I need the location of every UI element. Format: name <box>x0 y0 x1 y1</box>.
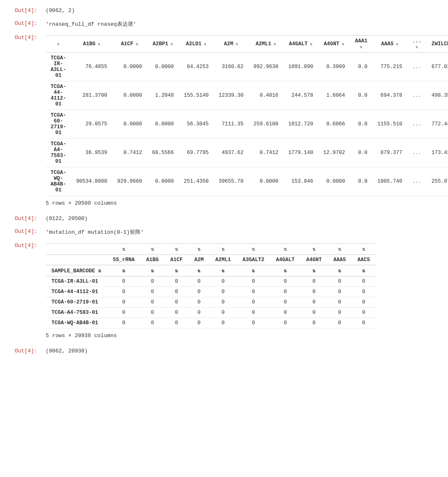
col-th-sort-8[interactable]: ⇅ <box>300 244 328 255</box>
col-header-a2m[interactable]: A2M <box>214 36 248 53</box>
cell-value: 0 <box>270 287 300 297</box>
col-th-sort-5[interactable]: ⇅ <box>209 244 237 255</box>
table-row: TCGA-IR-A3LL-01 0 0 0 0 0 0 0 0 0 0 <box>46 276 376 287</box>
row-index: TCGA-IR-A3LL-01 <box>46 276 107 287</box>
col-header-zwilch[interactable]: ZWILCH <box>426 36 448 53</box>
cell-value: 0 <box>165 318 189 328</box>
cell-value: 0 <box>328 308 352 318</box>
cell-value: 76.4855 <box>71 53 112 81</box>
df-body-1: TCGA-IR-A3LL-01 76.4855 0.0000 0.0000 64… <box>46 53 448 196</box>
cell-value: 36.9539 <box>71 139 112 167</box>
col-th-aaas[interactable]: AAAS <box>328 255 352 265</box>
col-th-sb-sort-2[interactable]: ⇅ <box>141 265 165 276</box>
col-header-a1bg[interactable]: A1BG <box>71 36 112 53</box>
cell-output-3: A1BG A1CF A2BP1 A2LD1 A2M A2ML1 A4GALT A… <box>41 33 448 210</box>
cell-value: 1.6064 <box>318 81 350 110</box>
cell-value: 0.3909 <box>318 53 350 81</box>
cell-value: 0 <box>300 297 328 308</box>
col-th-a4gnt[interactable]: A4GNT <box>300 255 328 265</box>
col-th-a2ml1[interactable]: A2ML1 <box>209 255 237 265</box>
col-th-a2m[interactable]: A2M <box>189 255 210 265</box>
col-th-a3galt2[interactable]: A3GALT2 <box>237 255 270 265</box>
col-th-5s-rrna[interactable]: 5S_rRNA <box>107 255 141 265</box>
col-th-sb-sort-5[interactable]: ⇅ <box>209 265 237 276</box>
col-th-a1bg[interactable]: A1BG <box>141 255 165 265</box>
col-header-a2ml1[interactable]: A2ML1 <box>248 36 283 53</box>
dataframe-1: A1BG A1CF A2BP1 A2LD1 A2M A2ML1 A4GALT A… <box>46 35 448 208</box>
table-row: TCGA-WQ-AB4B-01 0 0 0 0 0 0 0 0 0 0 <box>46 318 376 328</box>
cell-value: 0 <box>237 318 270 328</box>
cell-value: 56.3045 <box>179 110 214 139</box>
cell-value: 0 <box>209 308 237 318</box>
row-index: TCGA-WQ-AB4B-01 <box>46 167 71 196</box>
cell-4: Out[4]: (9122, 20500) <box>0 212 448 225</box>
cell-ellipsis: ... <box>407 139 427 167</box>
col-header-a4galt[interactable]: A4GALT <box>283 36 318 53</box>
cell-label-4: Out[4]: <box>0 214 41 223</box>
cell-value: 0 <box>189 276 210 287</box>
col-header-aaa1[interactable]: AAA1 <box>350 36 373 53</box>
col-th-a4galt[interactable]: A4GALT <box>270 255 300 265</box>
cell-value: 0 <box>165 297 189 308</box>
cell-value: 0 <box>141 318 165 328</box>
cell-value: 251.4350 <box>179 167 214 196</box>
col-th-sort-6[interactable]: ⇅ <box>237 244 270 255</box>
col-th-sort-3[interactable]: ⇅ <box>165 244 189 255</box>
cell-ellipsis: ... <box>407 110 427 139</box>
table-row: TCGA-60-2719-01 29.0575 0.0000 0.0000 56… <box>46 110 448 139</box>
cell-value: 879.377 <box>373 139 407 167</box>
col-th-sort-9[interactable]: ⇅ <box>328 244 352 255</box>
cell-value: 0.0 <box>350 167 373 196</box>
cell-value: 0 <box>300 318 328 328</box>
cell-label-5: Out[4]: <box>0 227 41 236</box>
notebook: Out[4]: (9062, 2) Out[4]: 'rnaseq_full_d… <box>0 0 448 477</box>
col-th-sb-sort-7[interactable]: ⇅ <box>270 265 300 276</box>
col-header-a2ld1[interactable]: A2LD1 <box>179 36 214 53</box>
cell-value: 39655.70 <box>214 167 248 196</box>
col-header-ellipsis[interactable]: ... <box>407 36 427 53</box>
col-th-sb-sort-1[interactable]: ⇅ <box>107 265 141 276</box>
table-row: TCGA-A4-7583-01 0 0 0 0 0 0 0 0 0 0 <box>46 308 376 318</box>
col-th-a1cf[interactable]: A1CF <box>165 255 189 265</box>
cell-value: 69.7795 <box>179 139 214 167</box>
cell-value: 498.35 <box>426 81 448 110</box>
row-index: TCGA-60-2719-01 <box>46 110 71 139</box>
col-th-empty <box>46 244 107 255</box>
cell-value: 0 <box>141 308 165 318</box>
cell-value: 1.2048 <box>147 81 179 110</box>
cell-value: 244.578 <box>283 81 318 110</box>
col-header-a2bp1[interactable]: A2BP1 <box>147 36 179 53</box>
col-header-a1cf[interactable]: A1CF <box>112 36 147 53</box>
col-th-sample-barcode[interactable]: SAMPLE_BARCODE ⇅ <box>46 265 107 276</box>
cell-label-6: Out[4]: <box>0 241 41 250</box>
cell-value: 0 <box>189 297 210 308</box>
col-th-sb-sort-3[interactable]: ⇅ <box>165 265 189 276</box>
cell-value: 0 <box>107 308 141 318</box>
cell-ellipsis: ... <box>407 53 427 81</box>
cell-value: 0 <box>107 287 141 297</box>
cell-label-7: Out[4]: <box>0 346 41 356</box>
df-header-row-top: ⇅ ⇅ ⇅ ⇅ ⇅ ⇅ ⇅ ⇅ ⇅ ⇅ <box>46 244 376 255</box>
cell-value: 0 <box>300 308 328 318</box>
col-th-sort-4[interactable]: ⇅ <box>189 244 210 255</box>
col-th-sb-sort-4[interactable]: ⇅ <box>189 265 210 276</box>
col-header-aaas[interactable]: AAAS <box>373 36 407 53</box>
cell-output-2: 'rnaseq_full_df rnaseq表达谱' <box>41 19 448 29</box>
col-header-index[interactable] <box>46 36 71 53</box>
col-th-sb-sort-9[interactable]: ⇅ <box>328 265 352 276</box>
row-index: TCGA-IR-A3LL-01 <box>46 53 71 81</box>
col-th-aacs[interactable]: AACS <box>352 255 376 265</box>
col-th-sb-sort-6[interactable]: ⇅ <box>237 265 270 276</box>
col-th-sort-1[interactable]: ⇅ <box>107 244 141 255</box>
cell-value: 0 <box>270 318 300 328</box>
col-th-sb-sort-10[interactable]: ⇅ <box>352 265 376 276</box>
cell-value: 1812.720 <box>283 110 318 139</box>
cell-value: 929.9660 <box>112 167 147 196</box>
dataframe-2: ⇅ ⇅ ⇅ ⇅ ⇅ ⇅ ⇅ ⇅ ⇅ ⇅ <box>46 243 444 340</box>
col-header-a4gnt[interactable]: A4GNT <box>318 36 350 53</box>
col-th-sort-2[interactable]: ⇅ <box>141 244 165 255</box>
col-th-sort-10[interactable]: ⇅ <box>352 244 376 255</box>
col-th-sort-7[interactable]: ⇅ <box>270 244 300 255</box>
col-th-sb-sort-8[interactable]: ⇅ <box>300 265 328 276</box>
cell-value: 0 <box>237 276 270 287</box>
